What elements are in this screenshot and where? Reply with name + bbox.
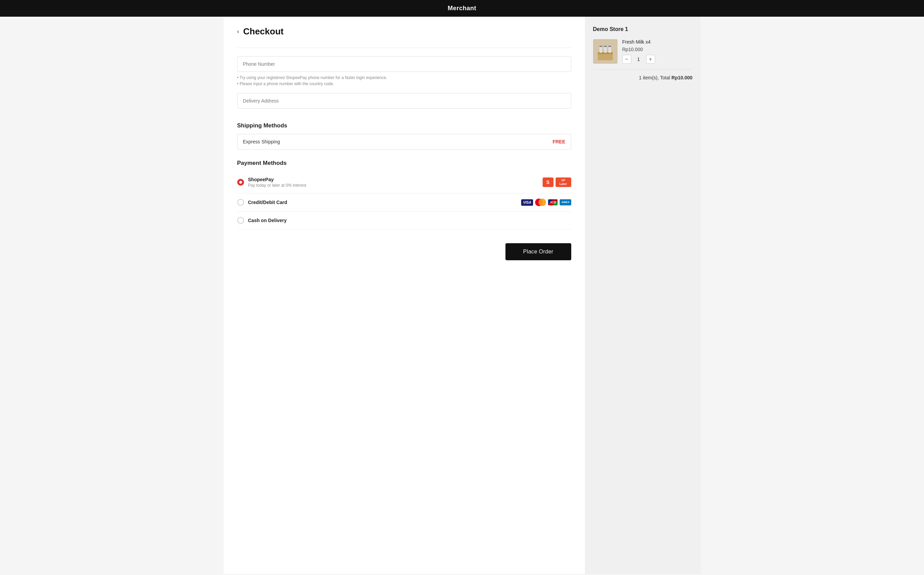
shipping-section-title: Shipping Methods xyxy=(237,122,571,129)
back-button[interactable]: ‹ xyxy=(237,28,239,35)
hint-1: Try using your registered ShopeePay phon… xyxy=(237,75,571,80)
product-price: Rp10.000 xyxy=(622,47,693,52)
svg-rect-9 xyxy=(604,46,607,47)
svg-rect-8 xyxy=(600,46,602,47)
shopeepay-radio[interactable] xyxy=(237,179,244,186)
jcb-icon: JCB xyxy=(548,199,558,205)
product-name: Fresh Milk x4 xyxy=(622,39,693,44)
shipping-method-name: Express Shipping xyxy=(243,139,280,145)
store-name: Demo Store 1 xyxy=(593,26,693,32)
shopeepay-label: ShopeePay xyxy=(248,177,306,182)
payment-option-credit[interactable]: Credit/Debit Card VISA JCB AMEX xyxy=(237,194,571,211)
page-title: Checkout xyxy=(243,26,283,37)
place-order-button[interactable]: Place Order xyxy=(506,243,571,260)
payment-section-title: Payment Methods xyxy=(237,160,571,167)
hint-2: Please input a phone number with the cou… xyxy=(237,81,571,86)
place-order-section: Place Order xyxy=(237,243,571,260)
sidebar: Demo Store 1 xyxy=(585,17,701,574)
sidebar-divider xyxy=(593,69,693,70)
shipping-method-box[interactable]: Express Shipping FREE xyxy=(237,134,571,149)
product-info: Fresh Milk x4 Rp10.000 − 1 + xyxy=(622,39,693,64)
svg-rect-10 xyxy=(608,46,611,47)
qty-value: 1 xyxy=(635,57,642,62)
visa-icon: VISA xyxy=(521,199,533,206)
spaylater-icon: SPLater xyxy=(555,178,571,187)
checkout-header: ‹ Checkout xyxy=(237,26,571,37)
qty-increase-button[interactable]: + xyxy=(646,55,655,64)
header-divider xyxy=(237,48,571,48)
credit-label: Credit/Debit Card xyxy=(248,200,287,205)
mastercard-icon xyxy=(535,199,546,206)
payment-option-shopeepay[interactable]: ShopeePay Pay today or later at 0% inter… xyxy=(237,172,571,194)
phone-hints: Try using your registered ShopeePay phon… xyxy=(237,75,571,86)
product-row: Fresh Milk x4 Rp10.000 − 1 + xyxy=(593,39,693,64)
top-header: Merchant xyxy=(0,0,924,17)
cod-radio[interactable] xyxy=(237,217,244,224)
amex-icon: AMEX xyxy=(560,199,571,205)
shopeepay-icons: S SPLater xyxy=(542,178,571,187)
shopeepay-sublabel: Pay today or later at 0% interest xyxy=(248,183,306,188)
total-row: 1 item(s), Total Rp10.000 xyxy=(593,75,693,80)
product-image-svg xyxy=(595,41,615,62)
delivery-address-input[interactable] xyxy=(237,93,571,109)
shipping-price: FREE xyxy=(552,139,565,145)
quantity-controls: − 1 + xyxy=(622,55,693,64)
phone-input[interactable] xyxy=(237,56,571,72)
credit-radio[interactable] xyxy=(237,199,244,206)
payment-option-cod[interactable]: Cash on Delivery xyxy=(237,211,571,230)
main-content: ‹ Checkout Try using your registered Sho… xyxy=(224,17,585,574)
total-price: Rp10.000 xyxy=(671,75,692,80)
credit-card-icons: VISA JCB AMEX xyxy=(521,199,571,206)
header-title: Merchant xyxy=(447,5,476,11)
cod-label: Cash on Delivery xyxy=(248,218,287,223)
product-image xyxy=(593,39,618,64)
qty-decrease-button[interactable]: − xyxy=(622,55,631,64)
shopeepay-icon: S xyxy=(542,178,553,187)
page-layout: ‹ Checkout Try using your registered Sho… xyxy=(224,17,701,574)
total-label: 1 item(s), Total xyxy=(639,75,670,80)
